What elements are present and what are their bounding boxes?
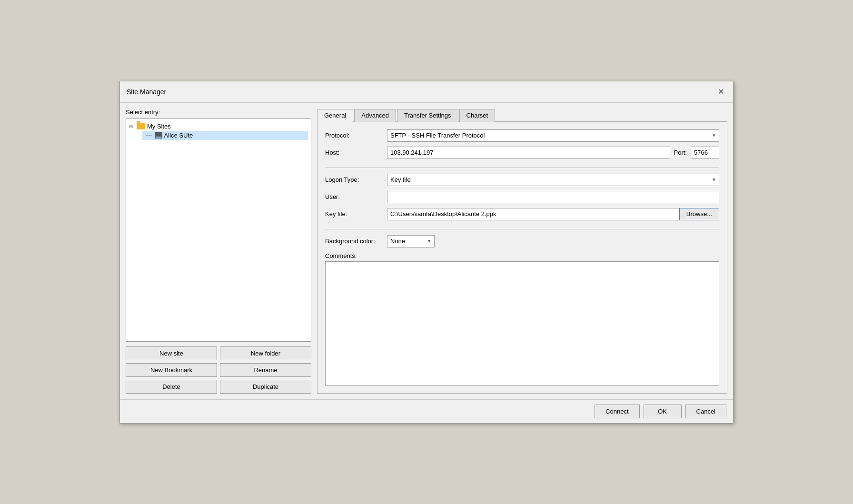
divider-1 (325, 168, 719, 168)
browse-button[interactable]: Browse... (679, 208, 719, 220)
dialog-footer: Connect OK Cancel (120, 399, 733, 423)
key-file-row: Key file: Browse... (325, 208, 719, 220)
host-row: Host: Port: (325, 147, 719, 159)
protocol-row: Protocol: SFTP - SSH File Transfer Proto… (325, 129, 719, 142)
protocol-select-wrapper: SFTP - SSH File Transfer Protocol (387, 129, 719, 142)
comments-label: Comments: (325, 252, 719, 259)
divider-2 (325, 229, 719, 229)
protocol-select[interactable]: SFTP - SSH File Transfer Protocol (387, 129, 719, 142)
right-panel: General Advanced Transfer Settings Chars… (317, 109, 727, 394)
logon-type-select-wrapper: Key file Normal Anonymous Ask for passwo… (387, 174, 719, 186)
dialog-body: Select entry: ⊟ My Sites └─ Alice SUte N… (120, 103, 733, 399)
user-label: User: (325, 193, 387, 200)
comments-textarea[interactable] (325, 261, 719, 385)
title-bar: Site Manager ✕ (120, 81, 733, 103)
tab-general[interactable]: General (317, 109, 353, 122)
tab-advanced[interactable]: Advanced (354, 109, 396, 122)
delete-button[interactable]: Delete (126, 380, 217, 394)
site-label: Alice SUte (164, 132, 193, 139)
key-file-label: Key file: (325, 210, 387, 217)
protocol-label: Protocol: (325, 132, 387, 139)
host-input[interactable] (387, 147, 670, 159)
duplicate-button[interactable]: Duplicate (220, 380, 311, 394)
tree-item-alice-suite[interactable]: └─ Alice SUte (142, 131, 308, 140)
logon-type-label: Logon Type: (325, 176, 387, 183)
user-row: User: (325, 191, 719, 203)
tree-view: ⊟ My Sites └─ Alice SUte (126, 119, 311, 342)
select-entry-label: Select entry: (126, 109, 311, 116)
bg-color-label: Background color: (325, 237, 387, 245)
tree-connector-icon: └─ (144, 132, 152, 138)
port-input[interactable] (691, 147, 719, 159)
connect-button[interactable]: Connect (595, 405, 639, 418)
logon-type-row: Logon Type: Key file Normal Anonymous As… (325, 174, 719, 186)
site-manager-dialog: Site Manager ✕ Select entry: ⊟ My Sites … (119, 81, 734, 424)
server-icon (155, 132, 162, 138)
folder-icon (137, 123, 145, 129)
folder-label: My Sites (147, 123, 171, 130)
bg-color-select[interactable]: None Red Green Blue Yellow (387, 235, 435, 247)
port-label: Port: (674, 149, 687, 156)
host-label: Host: (325, 149, 387, 156)
cancel-button[interactable]: Cancel (685, 405, 726, 418)
host-port-group: Port: (387, 147, 719, 159)
close-button[interactable]: ✕ (715, 86, 726, 98)
tree-expand-icon: ⊟ (129, 124, 135, 129)
bg-color-select-wrapper: None Red Green Blue Yellow (387, 235, 435, 247)
key-file-input[interactable] (387, 208, 679, 220)
rename-button[interactable]: Rename (220, 363, 311, 377)
user-input[interactable] (387, 191, 719, 203)
tab-content-general: Protocol: SFTP - SSH File Transfer Proto… (317, 122, 727, 394)
tabs: General Advanced Transfer Settings Chars… (317, 109, 727, 122)
tree-folder-my-sites[interactable]: ⊟ My Sites (129, 122, 308, 131)
left-buttons: New site New folder New Bookmark Rename … (126, 346, 311, 394)
new-folder-button[interactable]: New folder (220, 346, 311, 360)
key-file-group: Browse... (387, 208, 719, 220)
new-bookmark-button[interactable]: New Bookmark (126, 363, 217, 377)
bg-color-row: Background color: None Red Green Blue Ye… (325, 235, 719, 247)
logon-type-select[interactable]: Key file Normal Anonymous Ask for passwo… (387, 174, 719, 186)
dialog-title: Site Manager (127, 88, 166, 96)
tab-charset[interactable]: Charset (459, 109, 496, 122)
new-site-button[interactable]: New site (126, 346, 217, 360)
ok-button[interactable]: OK (644, 405, 682, 418)
left-panel: Select entry: ⊟ My Sites └─ Alice SUte N… (126, 109, 311, 394)
tab-transfer-settings[interactable]: Transfer Settings (397, 109, 458, 122)
